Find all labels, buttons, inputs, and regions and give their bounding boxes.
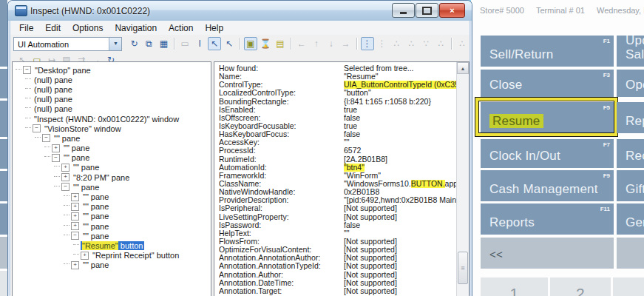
cursor-hover-icon[interactable]: ↖: [223, 37, 236, 50]
expand-icon[interactable]: +: [81, 252, 89, 260]
menu-options[interactable]: Options: [67, 22, 109, 34]
keypad-button-1[interactable]: 1: [481, 278, 548, 296]
properties-scrollbar[interactable]: ▲ ≡: [456, 62, 469, 296]
collapse-icon[interactable]: −: [61, 183, 70, 191]
expand-icon[interactable]: +: [61, 173, 70, 181]
bounding-rectangle-icon[interactable]: ▭: [178, 37, 191, 50]
control-view-icon[interactable]: ∴: [390, 37, 403, 50]
tree-item[interactable]: +"" pane: [16, 221, 211, 231]
tree-item[interactable]: +"Reprint Receipt" button: [16, 251, 211, 260]
tree-connector: [25, 98, 31, 98]
pos-button-reports[interactable]: F11Reports: [481, 204, 614, 235]
collapse-icon[interactable]: −: [33, 124, 41, 132]
tree-item[interactable]: −"Desktop" pane: [16, 65, 211, 75]
collapse-icon[interactable]: −: [52, 154, 60, 162]
keypad-button-blank[interactable]: [613, 278, 644, 296]
ancestors-tree-icon[interactable]: ∴: [455, 37, 469, 50]
raw-view-icon[interactable]: ⋮: [376, 37, 389, 50]
pos-button-col2-blank[interactable]: [617, 238, 644, 269]
minimize-button[interactable]: [392, 3, 415, 18]
expand-icon[interactable]: +: [61, 164, 70, 172]
menu-action[interactable]: Action: [163, 22, 199, 34]
tree-item-resume-button-selected[interactable]: "Resume" button: [16, 240, 211, 250]
tree-item[interactable]: −"" pane: [16, 153, 211, 163]
menu-help[interactable]: Help: [199, 22, 229, 34]
scroll-up-icon[interactable]: ▲: [457, 62, 469, 74]
expand-icon[interactable]: +: [71, 212, 79, 221]
chevron-down-icon[interactable]: ▼: [109, 38, 121, 50]
keypad-button-2[interactable]: 2: [550, 278, 611, 296]
pos-button-close[interactable]: F3Close: [481, 70, 614, 97]
tree-connector: [25, 88, 31, 89]
pos-button-gift[interactable]: Gift: [617, 170, 644, 201]
inspect-titlebar[interactable]: Inspect (HWND: 0x001C0222) ×: [8, 1, 472, 21]
menu-edit[interactable]: Edit: [39, 22, 67, 34]
maximize-button[interactable]: [416, 3, 438, 18]
tree-item[interactable]: +"8:20 PM" pane: [16, 172, 211, 182]
content-view-icon[interactable]: ∴: [404, 37, 418, 50]
tree-indent: [16, 118, 25, 119]
tree-item-label: "8:20 PM" pane: [72, 173, 131, 182]
pos-button-repr[interactable]: Repr: [617, 102, 644, 133]
close-button[interactable]: ×: [439, 3, 465, 18]
fkey-label: F7: [603, 141, 610, 148]
tree-item[interactable]: −"" pane: [16, 231, 211, 240]
scrollbar-thumb[interactable]: ≡: [458, 252, 468, 284]
pos-button-upd-sale[interactable]: Upd Sale: [617, 36, 644, 67]
nav-left-icon[interactable]: ←: [295, 37, 308, 50]
pos-button-[interactable]: <<: [481, 238, 614, 269]
tree-item[interactable]: (null) pane: [16, 75, 211, 84]
tree-item[interactable]: (null) pane: [16, 84, 211, 94]
expand-icon[interactable]: +: [71, 203, 79, 211]
filtered-tree-icon[interactable]: ∴: [434, 37, 447, 50]
pos-button-ope[interactable]: Ope: [617, 70, 644, 97]
expand-icon[interactable]: +: [52, 144, 60, 152]
highlight-rectangle-icon[interactable]: ▣: [244, 37, 257, 50]
tree-item-label: "" pane: [52, 134, 81, 143]
tree-item[interactable]: −"" pane: [16, 133, 211, 143]
pos-button-label: Upd Sale: [626, 36, 644, 61]
nav-down-icon[interactable]: ↓: [325, 37, 338, 50]
pos-button-cash-management[interactable]: F9Cash Management: [481, 170, 614, 201]
tree-item[interactable]: −"" pane: [16, 182, 211, 192]
copy-icon[interactable]: ⧉: [142, 37, 155, 50]
pos-button-gene[interactable]: Gene: [617, 204, 644, 235]
tree-item[interactable]: (null) pane: [16, 104, 211, 114]
nav-up-icon[interactable]: ↑: [310, 37, 323, 50]
collapse-icon[interactable]: −: [71, 232, 79, 240]
tree-item[interactable]: +"" pane: [16, 144, 211, 153]
property-value-highlight: BUTTON.: [411, 180, 445, 188]
expand-icon[interactable]: +: [71, 222, 79, 230]
full-tree-icon[interactable]: ∵: [419, 37, 433, 50]
collapse-icon[interactable]: −: [23, 66, 31, 74]
show-caption-icon[interactable]: ▤: [274, 37, 287, 50]
menu-file[interactable]: File: [13, 22, 39, 34]
tree-item[interactable]: −"VisionStore" window: [16, 124, 211, 133]
mode-selector-dropdown[interactable]: UI Automation ▼: [13, 37, 122, 51]
text-caret-icon[interactable]: I: [193, 37, 206, 50]
expand-icon[interactable]: +: [71, 193, 79, 201]
tree-item[interactable]: +"" pane: [16, 260, 211, 270]
property-name: FlowsFrom:: [219, 238, 344, 246]
collapse-icon[interactable]: −: [42, 134, 50, 142]
tree-view-icon[interactable]: ⋮: [361, 37, 374, 50]
pos-button-sell-return[interactable]: F1Sell/Return: [481, 36, 614, 67]
menu-navigation[interactable]: Navigation: [109, 22, 163, 34]
properties-window-icon[interactable]: ▦: [157, 37, 170, 50]
tree-item[interactable]: +"" pane: [16, 212, 211, 221]
nav-right-icon[interactable]: →: [339, 37, 353, 50]
tree-item[interactable]: +"" pane: [16, 163, 211, 172]
pos-button-resume[interactable]: F5Resume: [481, 102, 614, 133]
tree-item[interactable]: "Inspect (HWND: 0x001C0222)" window: [16, 114, 211, 124]
tree-item[interactable]: +"" pane: [16, 192, 211, 201]
tree-item[interactable]: +"" pane: [16, 202, 211, 212]
watch-focus-icon[interactable]: ⌛: [259, 37, 272, 50]
pos-button-clock-in-out[interactable]: F7Clock In/Out: [481, 139, 614, 168]
tree-item-name: "Desktop": [35, 66, 70, 75]
pos-edge-button-fragment: [0, 0, 7, 67]
pos-button-reco[interactable]: Reco: [617, 139, 644, 168]
refresh-icon[interactable]: ↻: [127, 37, 140, 50]
expand-icon[interactable]: +: [71, 261, 79, 269]
cursor-select-icon[interactable]: ↖: [208, 37, 221, 50]
tree-item[interactable]: (null) pane: [16, 95, 211, 104]
